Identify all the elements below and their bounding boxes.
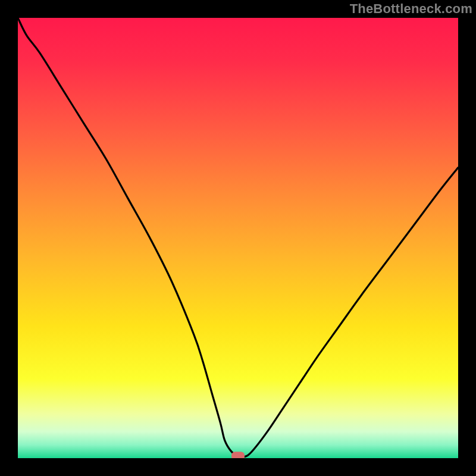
- chart-svg: [18, 18, 458, 458]
- optimum-marker: [231, 452, 245, 458]
- watermark-text: TheBottleneck.com: [350, 1, 472, 17]
- chart-container: TheBottleneck.com: [0, 0, 476, 476]
- plot-area: [18, 18, 458, 458]
- gradient-background: [18, 18, 458, 458]
